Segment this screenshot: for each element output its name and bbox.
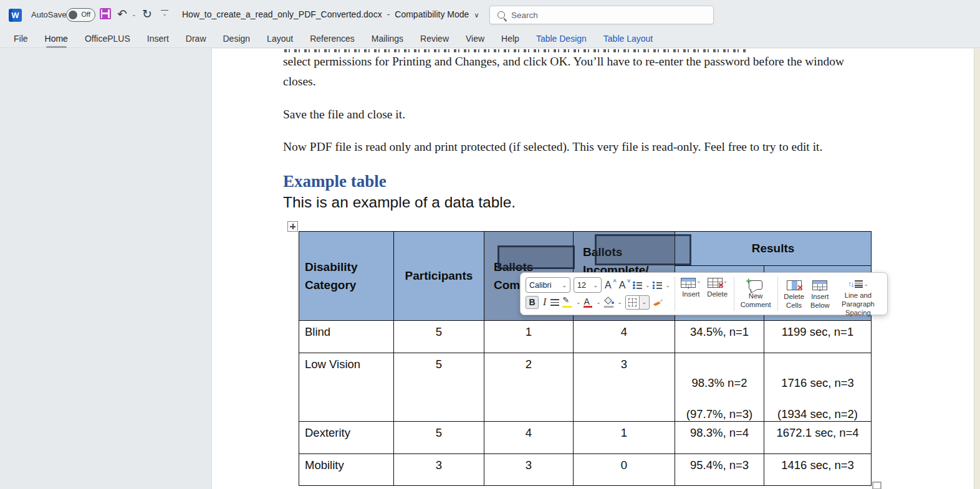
bullets-icon[interactable] — [633, 281, 642, 289]
tab-officeplus[interactable]: OfficePLUS — [85, 34, 130, 44]
cell-selection-rect — [595, 234, 691, 265]
delete-button[interactable]: ✕⌄ Delete — [704, 275, 731, 312]
col-header-results[interactable]: Results — [675, 232, 872, 266]
tab-view[interactable]: View — [466, 34, 484, 44]
cell-category[interactable]: Blind — [299, 321, 394, 353]
search-icon — [497, 11, 505, 19]
grow-font-button[interactable]: A˄ — [605, 280, 616, 291]
section-heading: Example table — [283, 172, 387, 191]
cell-incomplete[interactable]: 0 — [574, 454, 675, 486]
title-separator: - — [387, 9, 390, 19]
body-paragraph: Save the file and close it. — [283, 108, 405, 121]
autosave-toggle[interactable]: Off — [66, 8, 95, 22]
cell-selection-rect — [497, 245, 575, 269]
cell-accuracy[interactable]: 95.4%, n=3 — [675, 454, 764, 486]
cell-accuracy[interactable]: 98.3%, n=4 — [675, 422, 764, 454]
insert-button[interactable]: ↓⌄ Insert — [678, 275, 704, 312]
cell-participants[interactable]: 3 — [394, 454, 484, 486]
redo-icon[interactable]: ↻ — [142, 7, 152, 22]
chevron-down-icon[interactable]: ⌄ — [645, 282, 650, 288]
col-header-participants[interactable]: Participants — [394, 232, 484, 321]
ribbon-tab-bar: File Home OfficePLUS Insert Draw Design … — [0, 30, 980, 48]
toggle-knob-icon — [69, 11, 77, 19]
cell-time[interactable]: 1416 sec, n=3 — [764, 454, 872, 486]
font-size-select[interactable]: 12⌄ — [574, 277, 602, 293]
tab-insert[interactable]: Insert — [147, 34, 169, 44]
tab-table-layout[interactable]: Table Layout — [603, 34, 653, 44]
format-controls: Calibri⌄ 12⌄ A˄ A˅ ⌄ ⌄ B I ✎⌄ A⌄ ⌄ ⌄ — [524, 275, 671, 312]
cell-completed[interactable]: 4 — [484, 422, 574, 454]
cell-incomplete[interactable]: 4 — [574, 321, 675, 353]
cell-incomplete[interactable]: 1 — [574, 422, 675, 454]
toolbar-divider — [675, 277, 675, 311]
quick-access-options-icon[interactable]: ⌄ — [161, 10, 168, 17]
cell-time[interactable]: 1672.1 sec, n=4 — [764, 422, 872, 454]
numbering-icon[interactable] — [653, 281, 662, 289]
scrollbar-track[interactable] — [974, 49, 980, 489]
cell-time[interactable]: 1716 sec, n=3 (1934 sec, n=2) — [764, 353, 872, 422]
cell-completed[interactable]: 2 — [484, 353, 574, 422]
toolbar-divider — [734, 277, 734, 311]
italic-button[interactable]: I — [542, 297, 547, 308]
cell-participants[interactable]: 5 — [394, 353, 484, 422]
col-header-disability[interactable]: Disability Category — [299, 232, 394, 321]
cell-accuracy[interactable]: 98.3% n=2 (97.7%, n=3) — [675, 353, 764, 422]
font-name-value: Calibri — [529, 281, 551, 290]
tab-references[interactable]: References — [310, 34, 355, 44]
title-chevron-icon[interactable]: ∨ — [474, 11, 479, 19]
shrink-font-button[interactable]: A˅ — [619, 280, 630, 291]
tab-layout[interactable]: Layout — [267, 34, 293, 44]
cell-category[interactable]: Low Vision — [299, 353, 394, 422]
document-page[interactable]: select permissions for Printing and Chan… — [211, 49, 974, 489]
format-painter-icon[interactable] — [653, 297, 663, 307]
chevron-down-icon: ⌄ — [589, 282, 598, 288]
tab-design[interactable]: Design — [223, 34, 251, 44]
undo-dropdown-icon[interactable]: ⌄ — [132, 11, 137, 17]
line-spacing-icon: ↑↓⌄ — [848, 279, 868, 289]
chevron-down-icon[interactable]: ⌄ — [665, 282, 670, 288]
cell-completed[interactable]: 1 — [484, 321, 574, 353]
delete-cells-icon: ✕ — [787, 280, 802, 290]
compatibility-mode-label: Compatibility Mode — [395, 9, 469, 19]
table-move-handle-icon[interactable] — [287, 221, 298, 232]
cell-participants[interactable]: 5 — [394, 321, 484, 353]
cell-category[interactable]: Mobility — [299, 454, 394, 486]
chevron-down-icon[interactable]: ⌄ — [576, 299, 580, 305]
data-table: Disability Category Participants Ballots… — [299, 231, 871, 486]
shading-bucket-icon[interactable] — [604, 297, 615, 308]
tab-table-design[interactable]: Table Design — [536, 34, 587, 44]
delete-cells-button[interactable]: ✕ Delete Cells — [781, 275, 807, 312]
line-spacing-button[interactable]: ↑↓⌄ Line and Paragraph Spacing — [833, 275, 883, 312]
cell-category[interactable]: Dexterity — [299, 422, 394, 454]
font-name-select[interactable]: Calibri⌄ — [526, 277, 570, 293]
table-resize-handle[interactable] — [872, 482, 882, 489]
tab-file[interactable]: File — [14, 34, 28, 44]
insert-below-button[interactable]: ↓ Insert Below — [807, 275, 833, 312]
cell-time[interactable]: 1199 sec, n=1 — [764, 321, 872, 353]
body-paragraph: Now PDF file is read only and print prot… — [283, 140, 822, 154]
tab-review[interactable]: Review — [420, 34, 449, 44]
tab-help[interactable]: Help — [501, 34, 519, 44]
search-input[interactable]: Search — [489, 6, 714, 24]
tab-home[interactable]: Home — [45, 34, 68, 44]
cell-incomplete[interactable]: 3 — [574, 353, 675, 422]
chevron-down-icon[interactable]: ⌄ — [640, 296, 649, 309]
cell-accuracy[interactable]: 34.5%, n=1 — [675, 321, 764, 353]
font-color-button[interactable]: A — [584, 297, 593, 308]
tab-mailings[interactable]: Mailings — [372, 34, 403, 44]
word-app-icon[interactable]: W — [9, 9, 22, 22]
cell-participants[interactable]: 5 — [394, 422, 484, 454]
chevron-down-icon[interactable]: ⌄ — [618, 299, 622, 305]
cell-completed[interactable]: 3 — [484, 454, 574, 486]
undo-icon[interactable]: ↶ — [117, 7, 127, 22]
bold-button[interactable]: B — [526, 296, 539, 309]
new-comment-button[interactable]: + New Comment — [737, 275, 774, 312]
accuracy-line: 98.3% n=2 — [675, 376, 764, 390]
tab-draw[interactable]: Draw — [186, 34, 206, 44]
chevron-down-icon[interactable]: ⌄ — [596, 299, 600, 305]
borders-control[interactable]: ⌄ — [625, 295, 650, 310]
highlighter-icon[interactable]: ✎ — [562, 297, 573, 308]
justify-icon[interactable] — [550, 299, 559, 306]
save-icon[interactable] — [100, 8, 111, 19]
table-row: Dexterity 5 4 1 98.3%, n=4 1672.1 sec, n… — [299, 422, 872, 454]
